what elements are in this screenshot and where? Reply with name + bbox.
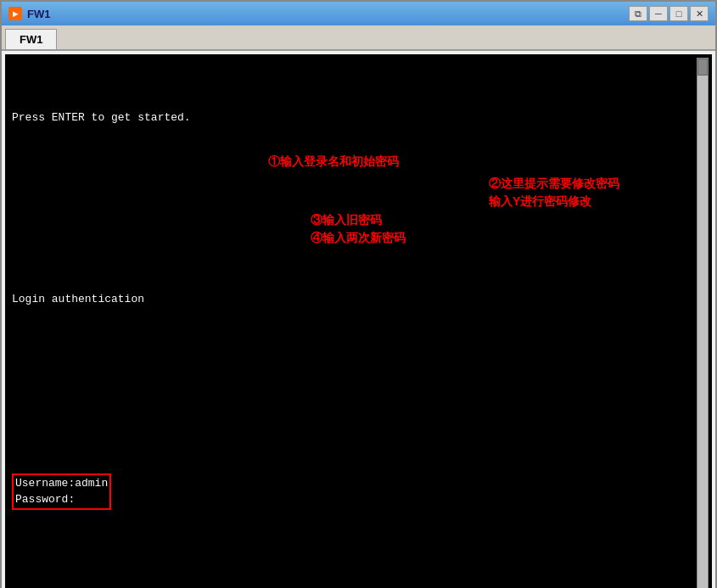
terminal[interactable]: Press ENTER to get started. Login authen… [5,54,712,588]
terminal-line-2: Login authentication [12,291,705,308]
window-title: FW1 [27,8,624,20]
restore-button[interactable]: ⧉ [629,6,647,21]
terminal-container: Press ENTER to get started. Login authen… [2,51,715,588]
terminal-line-0: Press ENTER to get started. [12,109,705,126]
close-button[interactable]: ✕ [690,6,709,21]
window-controls: ⧉ ─ □ ✕ [629,6,709,21]
window: ▶ FW1 ⧉ ─ □ ✕ FW1 Press ENTER to get sta… [0,0,717,588]
title-bar: ▶ FW1 ⧉ ─ □ ✕ [2,2,715,25]
tab-fw1[interactable]: FW1 [5,29,57,49]
app-icon: ▶ [8,7,22,20]
terminal-line-username-password: Username:admin Password: [12,473,705,510]
terminal-content: Press ENTER to get started. Login authen… [12,59,705,588]
minimize-button[interactable]: ─ [649,6,668,21]
tab-bar: FW1 [2,25,715,51]
maximize-button[interactable]: □ [669,6,688,21]
scrollbar-thumb[interactable] [697,59,708,76]
terminal-scrollbar[interactable] [697,58,709,588]
